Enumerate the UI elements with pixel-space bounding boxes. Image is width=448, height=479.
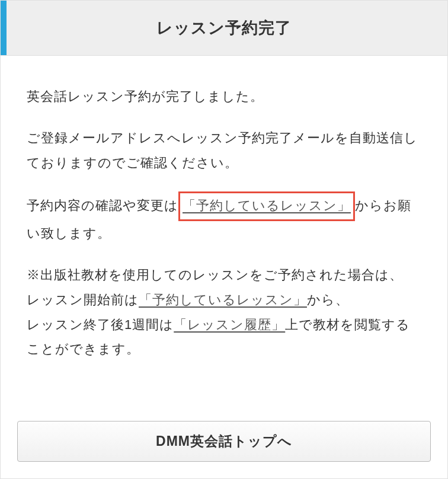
- reserved-lesson-link-highlighted[interactable]: 「予約しているレッスン」: [178, 191, 355, 221]
- top-page-button[interactable]: DMM英会話トップへ: [17, 421, 431, 462]
- confirmation-text-1: 英会話レッスン予約が完了しました。: [27, 84, 421, 109]
- note-line-1: ※出版社教材を使用してのレッスンをご予約された場合は、: [27, 267, 403, 282]
- note-line-2-before: レッスン開始前は: [27, 292, 139, 307]
- footer-area: DMM英会話トップへ: [1, 410, 447, 478]
- confirmation-text-4: ※出版社教材を使用してのレッスンをご予約された場合は、 レッスン開始前は「予約し…: [27, 263, 421, 362]
- note-line-3-before: レッスン終了後1週間は: [27, 317, 174, 332]
- page-title: レッスン予約完了: [12, 17, 436, 39]
- header-accent-bar: [1, 1, 7, 55]
- page-header: レッスン予約完了: [1, 1, 447, 56]
- text-before-link: 予約内容の確認や変更は: [27, 198, 178, 213]
- lesson-history-link[interactable]: 「レッスン履歴」: [174, 317, 285, 332]
- reserved-lesson-link[interactable]: 「予約しているレッスン」: [139, 292, 307, 307]
- note-line-2-after: から、: [307, 292, 349, 307]
- confirmation-text-2: ご登録メールアドレスへレッスン予約完了メールを自動送信しておりますのでご確認くだ…: [27, 126, 421, 175]
- page-container: レッスン予約完了 英会話レッスン予約が完了しました。 ご登録メールアドレスへレッ…: [0, 0, 448, 479]
- confirmation-text-3: 予約内容の確認や変更は「予約しているレッスン」からお願い致します。: [27, 191, 421, 246]
- content-area: 英会話レッスン予約が完了しました。 ご登録メールアドレスへレッスン予約完了メール…: [1, 56, 447, 410]
